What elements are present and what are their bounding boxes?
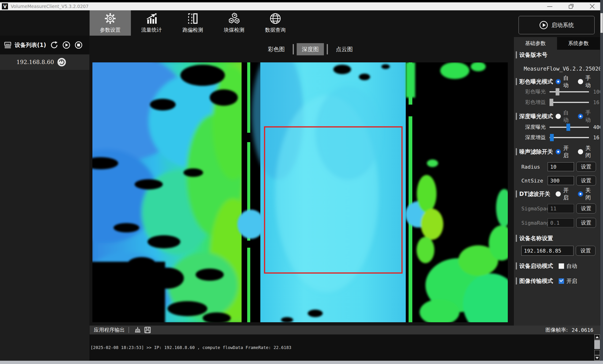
tab-label: 跑偏检测 xyxy=(183,26,203,34)
sigmaspace-set-button[interactable]: 设置 xyxy=(576,204,596,213)
refresh-icon[interactable] xyxy=(50,41,58,49)
device-name-row: 设置 xyxy=(514,246,595,256)
frame-rate: 图像帧率: 24.0616 xyxy=(545,326,593,334)
tab-separator xyxy=(293,44,294,54)
depth-exposure-slider[interactable] xyxy=(549,127,589,128)
radio-icon xyxy=(556,191,561,197)
tab-color-image[interactable]: 彩色图 xyxy=(263,43,290,55)
tab-flow-statistics[interactable]: 流量统计 xyxy=(131,10,172,36)
device-list-icon xyxy=(4,42,12,48)
section-depth-exposure: 深度曝光模式 自动 手动 xyxy=(516,112,600,120)
color-exposure-manual-radio[interactable]: 手动 xyxy=(578,74,595,89)
scroll-up-button[interactable] xyxy=(594,334,600,340)
device-name-set-button[interactable]: 设置 xyxy=(576,246,595,256)
tab-deviation-detect[interactable]: 跑偏检测 xyxy=(172,10,213,36)
color-gain-slider[interactable] xyxy=(549,102,589,103)
scroll-thumb[interactable] xyxy=(594,340,600,349)
start-mode-auto-checkbox[interactable]: 自动 xyxy=(559,262,577,270)
slider-handle[interactable] xyxy=(550,134,554,141)
tab-data-query[interactable]: 数据查询 xyxy=(255,10,296,36)
noise-filter-on-radio[interactable]: 开启 xyxy=(556,144,572,159)
dt-filter-on-radio[interactable]: 开启 xyxy=(556,187,572,201)
tab-lump-coal-detect[interactable]: 块煤检测 xyxy=(213,10,255,36)
frame-rate-value: 24.0616 xyxy=(572,327,593,333)
radio-icon xyxy=(556,79,561,84)
log-scrollbar[interactable] xyxy=(594,334,600,360)
bar-chart-arrow-icon xyxy=(145,12,158,25)
section-color-exposure: 彩色曝光模式 自动 手动 xyxy=(516,77,600,86)
tab-point-cloud[interactable]: 点云图 xyxy=(331,43,358,55)
slider-handle[interactable] xyxy=(566,124,570,131)
window-scroll-thumb[interactable] xyxy=(600,13,603,33)
depth-exposure-auto-radio[interactable]: 自动 xyxy=(556,109,572,124)
radio-icon xyxy=(578,114,583,119)
sigmaspace-input[interactable] xyxy=(548,204,574,213)
power-icon xyxy=(59,59,65,65)
scroll-down-button[interactable] xyxy=(594,355,600,361)
top-strip xyxy=(0,0,603,2)
device-name-input[interactable] xyxy=(521,246,573,256)
minimize-button[interactable] xyxy=(545,3,555,10)
cntsize-set-button[interactable]: 设置 xyxy=(576,176,596,186)
radio-icon xyxy=(556,149,561,154)
tab-label: 块煤检测 xyxy=(224,26,244,34)
tab-separator xyxy=(327,44,328,54)
cntsize-input[interactable] xyxy=(548,176,574,185)
globe-icon xyxy=(269,12,281,25)
clear-broom-icon[interactable] xyxy=(134,327,141,333)
main-toolbar: 参数设置 流量统计 跑偏检测 xyxy=(90,10,296,36)
slider-handle[interactable] xyxy=(549,99,553,106)
titlebar: V VolumeMeasureClient_V5.3.2.0207 xyxy=(0,2,603,10)
sigmarange-input[interactable] xyxy=(548,218,574,227)
tab-depth-image[interactable]: 深度图 xyxy=(297,43,324,55)
deviation-rects-icon xyxy=(187,12,199,25)
noise-filter-off-radio[interactable]: 关闭 xyxy=(578,144,595,159)
radio-icon xyxy=(578,191,583,197)
start-system-label: 启动系统 xyxy=(551,21,574,29)
window-scrollbar[interactable] xyxy=(600,0,603,361)
sigmaspace-row: SigmaSpace 设置 xyxy=(514,204,596,213)
tab-system-params[interactable]: 系统参数 xyxy=(557,37,600,50)
slider-handle[interactable] xyxy=(556,88,559,95)
image-view-tabs: 彩色图 深度图 点云图 xyxy=(263,43,358,56)
tab-label: 参数设置 xyxy=(100,26,121,34)
depth-exposure-manual-radio[interactable]: 手动 xyxy=(578,109,595,124)
stop-all-icon[interactable] xyxy=(74,41,83,49)
depth-gain-slider-row: 深度增益 16 xyxy=(514,134,600,141)
close-button[interactable] xyxy=(588,3,597,10)
checkbox-icon xyxy=(559,263,564,269)
device-row[interactable]: 192.168.8.60 xyxy=(0,54,89,70)
radius-input[interactable] xyxy=(548,162,574,171)
play-all-icon[interactable] xyxy=(62,41,70,49)
color-exposure-slider[interactable] xyxy=(549,91,589,92)
sigmarange-set-button[interactable]: 设置 xyxy=(576,218,596,228)
section-device-version: 设备版本号 xyxy=(516,51,547,59)
color-exposure-auto-radio[interactable]: 自动 xyxy=(556,74,572,89)
log-line: [2025-02-08 18:23:53] >> IP: 192.168.8.6… xyxy=(91,345,592,350)
app-logo: V xyxy=(2,3,8,9)
device-ip: 192.168.8.60 xyxy=(16,59,54,65)
radio-icon xyxy=(556,114,561,119)
tab-param-settings[interactable]: 参数设置 xyxy=(90,10,131,36)
taskbar-edge xyxy=(0,361,603,364)
restore-button[interactable] xyxy=(566,3,576,10)
device-version-value: MeasureFlow_V6.2.2.250207 xyxy=(524,66,597,72)
transfer-mode-on-checkbox[interactable]: 开启 xyxy=(559,277,577,285)
radius-row: Radius 设置 xyxy=(514,162,596,172)
dt-filter-off-radio[interactable]: 关闭 xyxy=(578,187,595,201)
window-title: VolumeMeasureClient_V5.3.2.0207 xyxy=(11,4,89,9)
depth-exposure-slider-row: 深度曝光 400 xyxy=(514,124,603,131)
radius-set-button[interactable]: 设置 xyxy=(576,162,596,172)
log-output[interactable]: [2025-02-08 18:23:53] >> IP: 192.168.8.6… xyxy=(91,335,592,360)
radio-icon xyxy=(578,79,583,84)
app-window: V VolumeMeasureClient_V5.3.2.0207 xyxy=(0,0,603,364)
start-system-button[interactable]: 启动系统 xyxy=(519,16,594,34)
scroll-page-box[interactable] xyxy=(594,350,600,355)
play-circle-icon xyxy=(539,21,548,30)
depth-gain-slider[interactable] xyxy=(549,137,589,138)
tab-basic-params[interactable]: 基础参数 xyxy=(514,37,557,50)
arrow-up-icon xyxy=(595,336,599,338)
save-floppy-icon[interactable] xyxy=(144,327,151,333)
window-controls xyxy=(545,2,597,10)
device-power-button[interactable] xyxy=(58,58,66,66)
